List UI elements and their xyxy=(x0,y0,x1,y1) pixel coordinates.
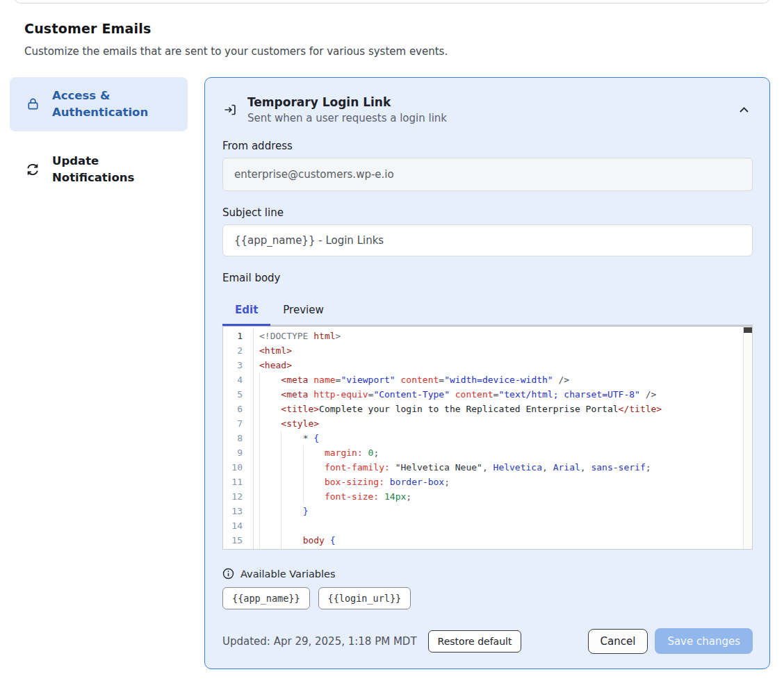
card-title: Temporary Login Link xyxy=(247,95,725,109)
variable-chip-login-url[interactable]: {{login_url}} xyxy=(318,587,411,609)
tab-preview[interactable]: Preview xyxy=(270,297,336,325)
previous-card-bottom-edge xyxy=(14,0,770,3)
card-header-text: Temporary Login Link Sent when a user re… xyxy=(247,95,725,124)
line-number: 16 xyxy=(223,548,254,550)
card-header: Temporary Login Link Sent when a user re… xyxy=(222,95,753,124)
available-variables-label: Available Variables xyxy=(240,568,336,580)
sidebar-item-update-notifications[interactable]: Update Notifications xyxy=(10,142,188,197)
card-subtitle: Sent when a user requests a login link xyxy=(247,112,725,124)
code-editor[interactable]: 1<!DOCTYPE html>2<html>3<head>4 <meta na… xyxy=(222,326,753,550)
code-line: 11 box-sizing: border-box; xyxy=(223,475,752,489)
line-number: 14 xyxy=(223,518,254,533)
sidebar-item-label: Access & Authentication xyxy=(52,88,178,121)
code-line: 9 margin: 0; xyxy=(223,445,752,460)
code-line: 7 <style> xyxy=(223,416,752,431)
editor-scrollbar-thumb[interactable] xyxy=(744,327,752,333)
chevron-up-icon xyxy=(739,106,749,113)
updated-timestamp: Updated: Apr 29, 2025, 1:18 PM MDT xyxy=(222,635,417,648)
page-subtitle: Customize the emails that are sent to yo… xyxy=(24,45,770,58)
line-number: 1 xyxy=(223,329,254,343)
line-number: 3 xyxy=(223,358,254,372)
line-number: 7 xyxy=(223,416,254,431)
from-address-label: From address xyxy=(222,140,753,152)
from-address-input[interactable] xyxy=(222,158,753,191)
line-number: 6 xyxy=(223,402,254,416)
info-icon xyxy=(222,568,234,580)
code-line: 8 * { xyxy=(223,431,752,445)
sidebar-item-access-authentication[interactable]: Access & Authentication xyxy=(10,77,188,131)
restore-default-button[interactable]: Restore default xyxy=(428,630,522,653)
variable-chips: {{app_name}} {{login_url}} xyxy=(222,587,753,609)
login-arrow-icon xyxy=(222,102,238,117)
lock-icon xyxy=(25,97,40,112)
line-number: 8 xyxy=(223,431,254,445)
code-line: 14 xyxy=(223,518,752,533)
editor-vertical-scrollbar xyxy=(743,327,752,549)
line-number: 11 xyxy=(223,475,254,489)
code-line: 6 <title>Complete your login to the Repl… xyxy=(223,402,752,416)
line-number: 10 xyxy=(223,460,254,475)
line-number: 2 xyxy=(223,343,254,358)
code-lines: 1<!DOCTYPE html>2<html>3<head>4 <meta na… xyxy=(223,327,752,550)
line-number: 13 xyxy=(223,504,254,518)
save-changes-button[interactable]: Save changes xyxy=(655,628,753,654)
subject-line-input[interactable] xyxy=(222,224,753,256)
variable-chip-app-name[interactable]: {{app_name}} xyxy=(222,587,310,609)
settings-sidebar: Access & Authentication Update Notificat… xyxy=(10,77,188,197)
content-area: Access & Authentication Update Notificat… xyxy=(0,77,784,669)
code-line: 3<head> xyxy=(223,358,752,372)
collapse-card-button[interactable] xyxy=(735,101,753,119)
code-line: 5 <meta http-equiv="Content-Type" conten… xyxy=(223,387,752,402)
subject-line-label: Subject line xyxy=(222,206,753,219)
temporary-login-link-card: Temporary Login Link Sent when a user re… xyxy=(204,77,770,669)
cancel-button[interactable]: Cancel xyxy=(588,629,648,654)
email-body-label: Email body xyxy=(222,272,753,284)
line-number: 5 xyxy=(223,387,254,402)
code-line: 12 font-size: 14px; xyxy=(223,489,752,504)
code-line: 16 background-color: #f6f9fc; xyxy=(223,548,752,550)
code-line: 1<!DOCTYPE html> xyxy=(223,329,752,343)
line-number: 15 xyxy=(223,533,254,548)
card-footer: Updated: Apr 29, 2025, 1:18 PM MDT Resto… xyxy=(222,628,753,654)
sidebar-item-label: Update Notifications xyxy=(52,153,178,186)
line-number: 12 xyxy=(223,489,254,504)
code-line: 4 <meta name="viewport" content="width=d… xyxy=(223,372,752,387)
email-body-tabs: Edit Preview xyxy=(222,297,753,326)
page-header: Customer Emails Customize the emails tha… xyxy=(0,0,784,58)
code-line: 2<html> xyxy=(223,343,752,358)
refresh-icon xyxy=(25,162,40,177)
page-title: Customer Emails xyxy=(24,21,770,36)
code-line: 13 } xyxy=(223,504,752,518)
code-line: 15 body { xyxy=(223,533,752,548)
line-number: 9 xyxy=(223,445,254,460)
line-number: 4 xyxy=(223,372,254,387)
tab-edit[interactable]: Edit xyxy=(222,297,270,325)
code-line: 10 font-family: "Helvetica Neue", Helvet… xyxy=(223,460,752,475)
available-variables-row: Available Variables xyxy=(222,568,753,580)
